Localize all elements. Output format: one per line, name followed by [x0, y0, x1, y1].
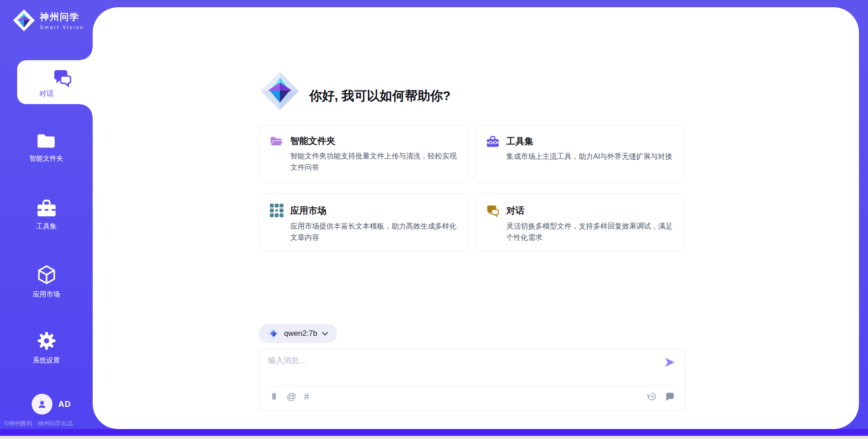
- at-icon[interactable]: @: [287, 391, 296, 401]
- sidebar-item-label: 工具集: [0, 222, 93, 231]
- person-icon: [37, 399, 47, 410]
- chevron-down-icon: [322, 332, 328, 336]
- sidebar-item-label: 应用市场: [0, 290, 93, 299]
- brand-subtitle: Smart Vision: [40, 24, 84, 30]
- sidebar-item-toolset[interactable]: 工具集: [0, 198, 93, 231]
- chat-bubble-icon[interactable]: [665, 391, 675, 401]
- message-composer: @ #: [259, 348, 685, 411]
- copyright-text: ©神州数码 · 神州问学出品: [5, 420, 73, 428]
- brand-name: 神州问学: [40, 11, 84, 23]
- sidebar-item-label: 智能文件夹: [0, 154, 93, 163]
- card-title: 智能文件夹: [290, 135, 335, 147]
- app-window: 神州问学 Smart Vision 对话 智能文件夹 工具集: [0, 0, 868, 439]
- brand-logo: 神州问学 Smart Vision: [13, 9, 84, 32]
- user-account[interactable]: AD: [32, 394, 71, 415]
- grid-icon: [270, 204, 283, 217]
- card-description: 集成市场上主流工具，助力AI与外界无缝扩展与对接: [506, 151, 679, 162]
- cube-icon: [36, 264, 57, 285]
- message-input[interactable]: [268, 355, 652, 382]
- card-title: 工具集: [506, 135, 533, 148]
- model-selector[interactable]: qwen2:7b: [259, 324, 337, 343]
- card-description: 应用市场提供丰富长文本模板，助力高效生成多样化文章内容: [290, 220, 463, 243]
- sidebar-item-settings[interactable]: 系统设置: [0, 330, 93, 365]
- history-icon[interactable]: [647, 391, 657, 401]
- toolbox-icon: [486, 135, 500, 148]
- tab-fillet-bottom: [80, 104, 93, 117]
- greeting-title: 你好, 我可以如何帮助你?: [309, 87, 451, 105]
- tab-fillet-top: [80, 48, 93, 60]
- send-icon[interactable]: [664, 356, 676, 368]
- composer-divider: [268, 386, 676, 387]
- feature-card-toolset[interactable]: 工具集 集成市场上主流工具，助力AI与外界无缝扩展与对接: [475, 125, 684, 183]
- toolbox-icon: [36, 198, 57, 217]
- sidebar-item-label: 系统设置: [0, 356, 93, 365]
- diamond-logo-icon: [260, 71, 300, 111]
- avatar: [32, 394, 52, 415]
- feature-card-smart-folder[interactable]: 智能文件夹 智能文件夹功能支持批量文件上传与清洗，轻松实现文件问答: [259, 125, 468, 183]
- card-description: 智能文件夹功能支持批量文件上传与清洗，轻松实现文件问答: [290, 150, 463, 173]
- horizontal-scrollbar[interactable]: [0, 436, 868, 439]
- diamond-logo-icon: [268, 328, 279, 339]
- folder-icon: [37, 132, 57, 149]
- card-description: 灵活切换多模型文件，支持多样回复效果调试，满足个性化需求: [506, 220, 679, 243]
- feature-card-app-market[interactable]: 应用市场 应用市场提供丰富长文本模板，助力高效生成多样化文章内容: [259, 194, 468, 252]
- model-name: qwen2:7b: [284, 329, 317, 338]
- bottom-accent-bar: [0, 429, 868, 436]
- paperclip-icon[interactable]: [269, 391, 279, 401]
- chat-icon: [52, 67, 72, 87]
- chat-icon: [486, 204, 500, 217]
- open-folder-icon: [270, 135, 283, 147]
- hash-icon[interactable]: #: [304, 391, 309, 401]
- card-title: 应用市场: [290, 205, 326, 217]
- diamond-logo-icon: [13, 9, 35, 32]
- user-initials: AD: [58, 400, 71, 409]
- card-title: 对话: [506, 205, 524, 217]
- sidebar-item-smart-folder[interactable]: 智能文件夹: [0, 132, 93, 163]
- sidebar-item-chat[interactable]: 对话: [17, 60, 94, 104]
- sidebar-item-label: 对话: [0, 89, 93, 99]
- sidebar-item-app-market[interactable]: 应用市场: [0, 264, 93, 299]
- feature-card-chat[interactable]: 对话 灵活切换多模型文件，支持多样回复效果调试，满足个性化需求: [475, 194, 684, 252]
- gear-icon: [36, 330, 57, 351]
